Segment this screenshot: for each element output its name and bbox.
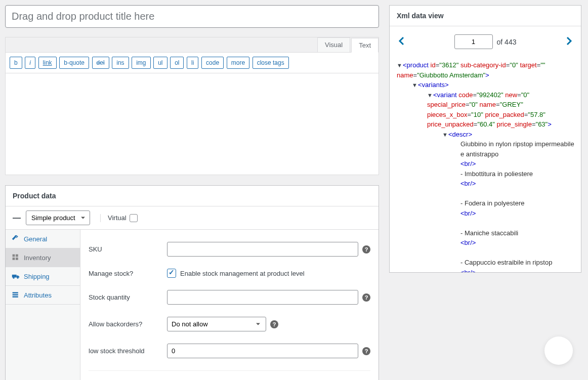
product-data-metabox: Product data — Simple product Virtual [5, 185, 379, 380]
qt-ins[interactable]: ins [112, 57, 129, 69]
tab-visual[interactable]: Visual [317, 37, 350, 52]
inventory-icon [12, 254, 20, 262]
low-stock-input[interactable] [167, 344, 358, 358]
help-icon[interactable]: ? [362, 245, 370, 254]
list-icon [12, 291, 20, 299]
qt-img[interactable]: img [132, 57, 150, 69]
virtual-label: Virtual [108, 214, 127, 222]
xml-data-view-box: Xml data view of 443 ▼<product id="3612"… [389, 5, 581, 273]
sku-input[interactable] [167, 242, 358, 257]
sku-label: SKU [89, 245, 167, 253]
virtual-checkbox[interactable] [130, 214, 138, 222]
qt-del[interactable]: del [92, 57, 109, 69]
svg-rect-9 [13, 296, 18, 297]
content-editor: Visual Text b i link b-quote del ins img… [5, 37, 379, 175]
svg-rect-0 [13, 255, 15, 257]
svg-rect-4 [12, 275, 17, 278]
wrench-icon [12, 235, 20, 243]
manage-stock-checkbox[interactable] [167, 269, 176, 278]
help-icon[interactable]: ? [362, 347, 370, 355]
prev-arrow-icon[interactable] [397, 35, 407, 49]
quicktags-toolbar: b i link b-quote del ins img ul ol li co… [6, 53, 379, 73]
qt-bquote[interactable]: b-quote [59, 57, 89, 69]
product-title-input[interactable] [5, 5, 379, 28]
qt-code[interactable]: code [201, 57, 224, 69]
page-total: of 443 [497, 38, 517, 46]
svg-rect-2 [13, 258, 15, 260]
qt-close[interactable]: close tags [253, 57, 289, 69]
svg-point-6 [17, 277, 18, 279]
metabox-title: Product data [13, 192, 56, 200]
tab-attributes[interactable]: Attributes [6, 286, 80, 305]
low-stock-label: low stock threshold [89, 347, 167, 355]
qt-italic[interactable]: i [25, 57, 35, 69]
next-arrow-icon[interactable] [564, 35, 574, 49]
svg-rect-8 [13, 294, 18, 295]
tab-general[interactable]: General [6, 230, 80, 248]
qt-more[interactable]: more [227, 57, 249, 69]
qt-ul[interactable]: ul [153, 57, 167, 69]
svg-rect-3 [16, 258, 18, 260]
qt-bold[interactable]: b [10, 57, 22, 69]
xml-tree[interactable]: ▼<product id="3612" sub-category-id="0" … [390, 57, 581, 272]
qt-link[interactable]: link [38, 57, 57, 69]
xml-view-title: Xml data view [390, 6, 581, 26]
editor-textarea[interactable] [6, 73, 379, 175]
backorders-select[interactable]: Do not allow [167, 317, 266, 331]
tab-text[interactable]: Text [351, 38, 379, 53]
svg-rect-7 [13, 292, 18, 293]
collapse-toggle-icon[interactable]: — [13, 214, 21, 223]
stock-qty-input[interactable] [167, 290, 358, 305]
manage-stock-text: Enable stock management at product level [180, 270, 305, 277]
help-icon[interactable]: ? [362, 293, 370, 302]
product-type-select[interactable]: Simple product [26, 210, 90, 225]
qt-ol[interactable]: ol [170, 57, 184, 69]
tab-inventory[interactable]: Inventory [6, 248, 80, 267]
svg-rect-1 [16, 255, 18, 257]
help-bubble[interactable] [544, 336, 573, 365]
qt-li[interactable]: li [187, 57, 198, 69]
tab-shipping[interactable]: Shipping [6, 267, 80, 286]
backorders-label: Allow backorders? [89, 320, 167, 328]
manage-stock-label: Manage stock? [89, 270, 167, 277]
help-icon[interactable]: ? [270, 320, 278, 328]
svg-point-5 [13, 277, 14, 279]
truck-icon [12, 272, 20, 280]
stock-qty-label: Stock quantity [89, 293, 167, 301]
page-number-input[interactable] [454, 34, 493, 49]
